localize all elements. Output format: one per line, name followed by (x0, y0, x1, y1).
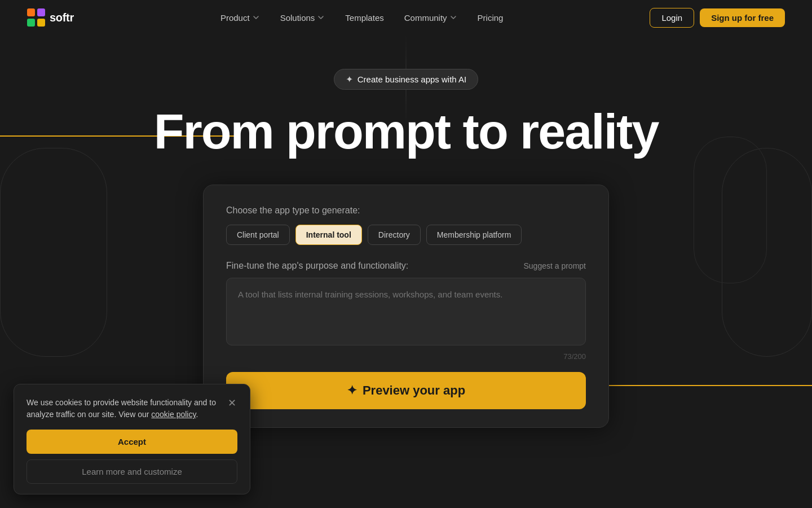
prompt-textarea[interactable] (226, 278, 586, 345)
app-type-client-portal[interactable]: Client portal (226, 225, 290, 245)
svg-rect-0 (27, 8, 35, 16)
cookie-text: We use cookies to provide website functi… (27, 397, 227, 421)
ai-badge-text: Create business apps with AI (358, 75, 466, 84)
nav-actions: Login Sign up for free (650, 8, 785, 28)
preview-button[interactable]: ✦ Preview your app (226, 372, 586, 409)
cookie-accept-button[interactable]: Accept (27, 430, 237, 454)
svg-rect-3 (37, 19, 45, 27)
app-type-directory[interactable]: Directory (368, 225, 421, 245)
logo-icon (27, 8, 45, 27)
app-builder-card: Choose the app type to generate: Client … (203, 185, 609, 428)
cookie-banner: We use cookies to provide website functi… (14, 384, 250, 494)
navbar: softr Product Solutions Templates Commun… (0, 0, 812, 35)
char-count: 73/200 (226, 352, 586, 361)
logo[interactable]: softr (27, 8, 74, 27)
app-type-buttons: Client portal Internal tool Directory Me… (226, 225, 586, 245)
bg-shape-right-mid (694, 137, 767, 283)
nav-links: Product Solutions Templates Community Pr… (211, 8, 513, 27)
cookie-customize-button[interactable]: Learn more and customize (27, 459, 237, 484)
chevron-down-icon (317, 14, 325, 21)
preview-sparkle-icon: ✦ (347, 383, 357, 398)
sparkle-icon: ✦ (346, 74, 353, 85)
nav-product[interactable]: Product (211, 8, 269, 27)
preview-button-label: Preview your app (363, 383, 465, 398)
chevron-down-icon (449, 14, 457, 21)
nav-pricing[interactable]: Pricing (469, 8, 513, 27)
logo-text: softr (50, 11, 74, 24)
svg-rect-2 (27, 19, 35, 27)
signup-button[interactable]: Sign up for free (700, 8, 785, 27)
ai-badge[interactable]: ✦ Create business apps with AI (334, 69, 478, 90)
hero-title: From prompt to reality (154, 106, 659, 157)
cookie-close-button[interactable]: ✕ (227, 397, 237, 409)
nav-templates[interactable]: Templates (336, 8, 392, 27)
nav-community[interactable]: Community (395, 8, 466, 27)
app-type-membership-platform[interactable]: Membership platform (426, 225, 522, 245)
nav-solutions[interactable]: Solutions (271, 8, 334, 27)
cookie-header: We use cookies to provide website functi… (27, 397, 237, 421)
fine-tune-label: Fine-tune the app's purpose and function… (226, 261, 408, 271)
bg-yellow-line-right (609, 385, 812, 386)
app-type-label: Choose the app type to generate: (226, 205, 586, 216)
suggest-prompt-button[interactable]: Suggest a prompt (523, 261, 586, 270)
bg-shape-left-top (0, 148, 107, 357)
cookie-policy-link[interactable]: cookie policy (151, 410, 196, 419)
fine-tune-header: Fine-tune the app's purpose and function… (226, 261, 586, 271)
app-type-internal-tool[interactable]: Internal tool (295, 225, 362, 245)
chevron-down-icon (252, 14, 260, 21)
svg-rect-1 (37, 8, 45, 16)
login-button[interactable]: Login (650, 8, 694, 28)
